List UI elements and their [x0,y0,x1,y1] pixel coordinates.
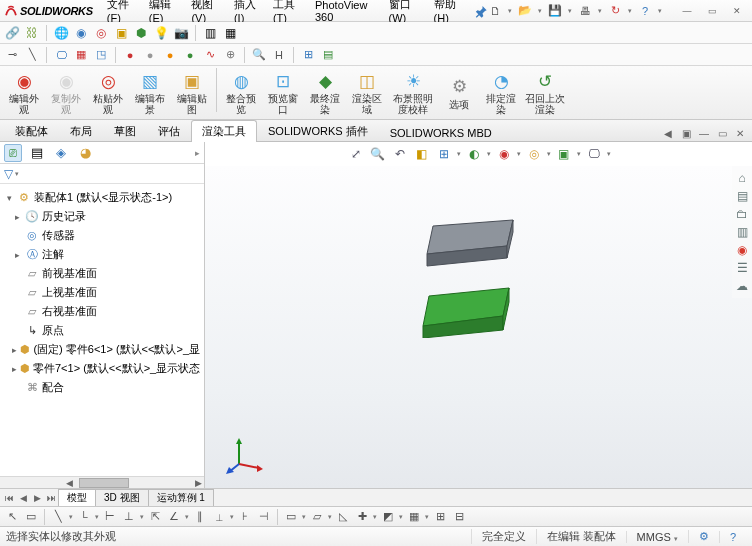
tree-top-plane[interactable]: ▱ 上视基准面 [2,283,202,302]
menu-photoview[interactable]: PhotoView 360 [309,0,383,25]
taskpane-home-icon[interactable]: ⌂ [734,170,750,186]
sk-axis-icon[interactable]: ⊢ [102,509,118,525]
print-icon[interactable]: 🖶 [578,4,592,18]
panel-icon[interactable]: ▥ [202,25,218,41]
cmd-edit-scene[interactable]: ▧编辑布景 [130,68,170,117]
green-plate[interactable] [411,286,521,338]
doc-next-icon[interactable]: ▣ [678,125,694,141]
tree-mates[interactable]: ⌘ 配合 [2,378,202,397]
vt-first[interactable]: ⏮ [2,493,16,503]
tree-history[interactable]: ▸ 🕓 历史记录 [2,207,202,226]
prev-view-icon[interactable]: ↶ [391,145,409,163]
tab-sw-mbd[interactable]: SOLIDWORKS MBD [379,123,503,142]
view-orient-icon[interactable]: ⊞ [435,145,453,163]
sk-par-icon[interactable]: ∥ [192,509,208,525]
box-icon[interactable]: ▣ [113,25,129,41]
tree-part-7[interactable]: ▸ ⬢ 零件7<1> (默认<<默认>_显示状态 [2,359,202,378]
link-icon[interactable]: 🔗 [4,25,20,41]
cmd-integrated-preview[interactable]: ◍整合预览 [221,68,261,117]
line-icon[interactable]: ╲ [24,47,40,63]
zoom-fit-icon[interactable]: ⤢ [347,145,365,163]
sphere-grey-icon[interactable]: ● [142,47,158,63]
cmd-preview-window[interactable]: ⊡预览窗口 [263,68,303,117]
layout-icon[interactable]: ▦ [222,25,238,41]
sk-offset-icon[interactable]: ⇱ [147,509,163,525]
doc-prev-icon[interactable]: ◀ [660,125,676,141]
cmd-schedule-render[interactable]: ◔排定渲染 [481,68,521,117]
window-restore[interactable]: ▭ [701,4,723,18]
cube-green-icon[interactable]: ⬢ [133,25,149,41]
taskpane-appearance-icon[interactable]: ◉ [734,242,750,258]
caret-icon[interactable]: ▾ [4,193,14,203]
caret-icon[interactable]: ▸ [12,250,22,260]
window-close[interactable]: ✕ [726,4,748,18]
tree-scrollbar[interactable]: ◀▶ [0,476,204,488]
status-help[interactable]: ? [719,531,746,543]
sphere-blue-icon[interactable]: ◉ [73,25,89,41]
filter-funnel-icon[interactable]: ▽ [4,167,13,181]
cmd-copy-appearance[interactable]: ◉复制外观 [46,68,86,117]
caret-icon[interactable]: ▸ [12,212,22,222]
tab-layout[interactable]: 布局 [59,120,103,142]
cmd-edit-decal[interactable]: ▣编辑贴图 [172,68,212,117]
view-settings-icon[interactable]: 🖵 [585,145,603,163]
sk-line-icon[interactable]: ╲ [50,509,66,525]
help-icon[interactable]: ? [638,4,652,18]
sk-tri-icon[interactable]: ◺ [335,509,351,525]
sk-he-icon[interactable]: ⊞ [432,509,448,525]
cmd-paste-appearance[interactable]: ◎粘贴外观 [88,68,128,117]
h-icon[interactable]: H [271,47,287,63]
bulb-icon[interactable]: 💡 [153,25,169,41]
tree-part-6[interactable]: ▸ ⬢ (固定) 零件6<1> (默认<<默认>_显 [2,340,202,359]
sk-poly-icon[interactable]: ▱ [309,509,325,525]
grey-plate[interactable] [415,218,525,268]
new-file-icon[interactable]: 🗋 [488,4,502,18]
tab-assembly[interactable]: 装配体 [4,120,59,142]
doc-min-icon[interactable]: — [696,125,712,141]
vt-next[interactable]: ▶ [30,493,44,503]
globe-icon[interactable]: 🌐 [53,25,69,41]
sk-diag-icon[interactable]: ◩ [380,509,396,525]
view-triad[interactable] [225,434,265,474]
open-file-icon[interactable]: 📂 [518,4,532,18]
vt-3dview[interactable]: 3D 视图 [95,489,149,506]
vt-prev[interactable]: ◀ [16,493,30,503]
tab-sketch[interactable]: 草图 [103,120,147,142]
sk-half-icon[interactable]: ⊦ [237,509,253,525]
tree-expand-icon[interactable]: ▸ [195,148,200,158]
sk-perp-icon[interactable]: ⊥ [121,509,137,525]
grid3-icon[interactable]: ▦ [73,47,89,63]
status-customize[interactable]: ⚙ [688,530,719,543]
apply-scene-icon[interactable]: ▣ [555,145,573,163]
tree-feature-icon[interactable]: ⎚ [4,144,22,162]
sphere-orange-icon[interactable]: ● [162,47,178,63]
taskpane-file-icon[interactable]: 🗀 [734,206,750,222]
tree-config-icon[interactable]: ▤ [28,144,46,162]
cmd-final-render[interactable]: ◆最终渲染 [305,68,345,117]
taskpane-props-icon[interactable]: ☰ [734,260,750,276]
cmd-recall-render[interactable]: ↺召回上次渲染 [523,68,567,117]
window-icon[interactable]: ⊞ [300,47,316,63]
doc-max-icon[interactable]: ▭ [714,125,730,141]
tree-front-plane[interactable]: ▱ 前视基准面 [2,264,202,283]
sk-corner-icon[interactable]: └ [76,509,92,525]
vt-model[interactable]: 模型 [58,489,96,506]
sk-he2-icon[interactable]: ⊟ [451,509,467,525]
tree-display-icon[interactable]: ◈ [52,144,70,162]
taskpane-view-icon[interactable]: ▥ [734,224,750,240]
tab-sw-addins[interactable]: SOLIDWORKS 插件 [257,120,379,142]
cmd-render-region[interactable]: ◫渲染区域 [347,68,387,117]
key-icon[interactable]: ⊸ [4,47,20,63]
zoom-area-icon[interactable]: 🔍 [369,145,387,163]
sk-grid-icon[interactable]: ▦ [406,509,422,525]
sk-tick-icon[interactable]: ⟂ [211,509,227,525]
select-icon[interactable]: ▭ [23,509,39,525]
window-minimize[interactable]: — [676,4,698,18]
scene-icon[interactable]: ◎ [525,145,543,163]
sphere-wire-icon[interactable]: ◎ [93,25,109,41]
chain-icon[interactable]: ⛓ [24,25,40,41]
sk-cross-icon[interactable]: ✚ [354,509,370,525]
search-icon[interactable]: 🔍 [251,47,267,63]
tree-right-plane[interactable]: ▱ 右视基准面 [2,302,202,321]
tree-sensors[interactable]: ◎ 传感器 [2,226,202,245]
